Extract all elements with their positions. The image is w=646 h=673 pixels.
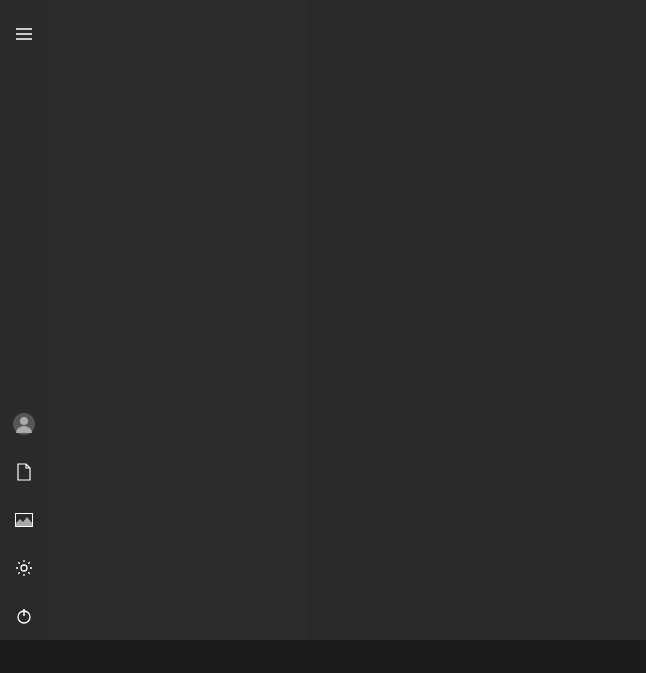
picture-icon [15, 513, 33, 527]
hamburger-icon [16, 28, 32, 40]
svg-point-1 [20, 417, 28, 425]
app-list[interactable] [48, 0, 308, 640]
start-menu [0, 0, 646, 640]
user-avatar-icon [13, 413, 35, 435]
power-button[interactable] [0, 592, 48, 640]
svg-point-3 [21, 565, 27, 571]
tiles-area[interactable] [308, 0, 646, 640]
settings-button[interactable] [0, 544, 48, 592]
documents-button[interactable] [0, 448, 48, 496]
power-icon [15, 607, 33, 625]
left-rail [0, 0, 48, 640]
user-button[interactable] [0, 400, 48, 448]
pictures-button[interactable] [0, 496, 48, 544]
document-icon [17, 463, 31, 481]
gear-icon [15, 559, 33, 577]
taskbar [0, 640, 646, 673]
menu-button[interactable] [0, 10, 48, 58]
